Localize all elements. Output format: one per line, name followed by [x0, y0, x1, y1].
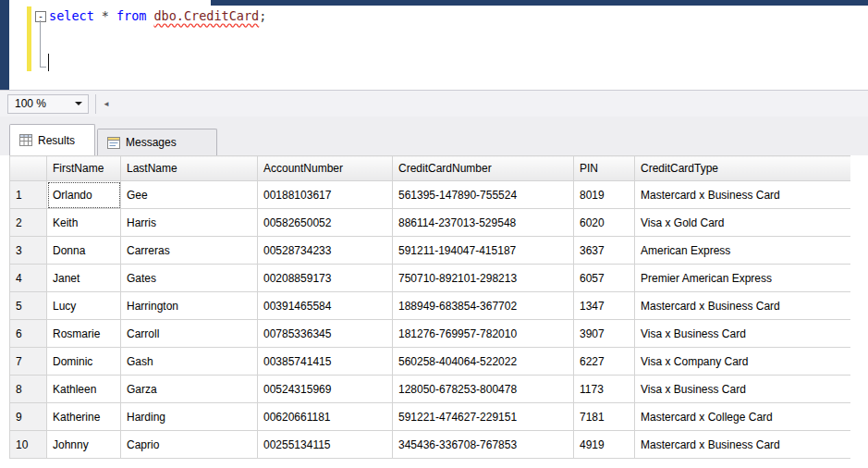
- grid-cell[interactable]: Carreras: [121, 237, 258, 265]
- query-editor[interactable]: - select*fromdbo.CreditCard;: [0, 0, 868, 90]
- grid-cell[interactable]: American Express: [635, 237, 851, 265]
- grid-cell[interactable]: Visa x Company Card: [635, 348, 851, 376]
- code-line[interactable]: - select*fromdbo.CreditCard;: [35, 8, 266, 24]
- grid-cell[interactable]: Mastercard x Business Card: [635, 181, 851, 209]
- grid-cell[interactable]: Garza: [121, 376, 258, 403]
- grid-cell[interactable]: 128050-678253-800478: [393, 376, 574, 403]
- grid-cell[interactable]: 00524315969: [258, 376, 393, 403]
- row-number[interactable]: 10: [10, 431, 47, 459]
- grid-row: 9KatherineHarding00620661181591221-47462…: [10, 403, 851, 431]
- grid-cell[interactable]: 1347: [574, 292, 635, 320]
- grid-cell[interactable]: 1173: [574, 376, 635, 403]
- grid-cell[interactable]: Caprio: [121, 431, 258, 459]
- row-number[interactable]: 7: [10, 348, 47, 376]
- grid-cell[interactable]: Mastercard x Business Card: [635, 292, 851, 320]
- text-caret: [48, 54, 49, 71]
- column-header-lastname[interactable]: LastName: [121, 156, 258, 181]
- grid-cell[interactable]: Lucy: [47, 292, 121, 320]
- grid-cell[interactable]: 886114-237013-529548: [393, 209, 574, 237]
- grid-row: 2KeithHarris00582650052886114-237013-529…: [10, 209, 851, 237]
- sql-terminator: ;: [259, 8, 266, 23]
- ssms-window: - select*fromdbo.CreditCard; 100 % ◄ Res…: [0, 0, 868, 468]
- grid-cell[interactable]: Gee: [121, 181, 258, 209]
- tab-messages-label: Messages: [126, 136, 177, 149]
- grid-cell[interactable]: 591221-474627-229151: [393, 403, 574, 431]
- grid-cell[interactable]: 345436-336708-767853: [393, 431, 574, 459]
- grid-cell[interactable]: 00528734233: [258, 237, 393, 265]
- grid-cell[interactable]: 7181: [574, 403, 635, 431]
- grid-cell[interactable]: Mastercard x College Card: [635, 403, 851, 431]
- grid-cell[interactable]: Visa x Gold Card: [635, 209, 851, 237]
- grid-cell[interactable]: Keith: [47, 209, 121, 237]
- grid-cell[interactable]: 00385741415: [258, 348, 393, 376]
- grid-cell[interactable]: Gash: [121, 348, 258, 376]
- results-pane-tabs: Results Messages: [0, 117, 868, 155]
- grid-cell[interactable]: Harris: [121, 209, 258, 237]
- grid-cell[interactable]: 6227: [574, 348, 635, 376]
- grid-cell[interactable]: 00255134115: [258, 431, 393, 459]
- row-number[interactable]: 3: [10, 237, 47, 265]
- grid-cell[interactable]: 560258-404064-522022: [393, 348, 574, 376]
- grid-cell[interactable]: 3637: [574, 237, 635, 265]
- sql-operator-star: *: [102, 8, 109, 23]
- row-number[interactable]: 6: [10, 320, 47, 348]
- tab-results[interactable]: Results: [9, 124, 95, 155]
- grid-cell[interactable]: Visa x Business Card: [635, 376, 851, 403]
- grid-cell[interactable]: 188949-683854-367702: [393, 292, 574, 320]
- grid-cell[interactable]: Harrington: [121, 292, 258, 320]
- row-number[interactable]: 4: [10, 265, 47, 292]
- grid-cell[interactable]: Gates: [121, 265, 258, 292]
- fold-region-bracket: [40, 20, 46, 68]
- grid-cell[interactable]: Carroll: [121, 320, 258, 348]
- grid-cell[interactable]: 561395-147890-755524: [393, 181, 574, 209]
- separator: [95, 94, 96, 114]
- grid-cell[interactable]: 591211-194047-415187: [393, 237, 574, 265]
- column-header-accountnumber[interactable]: AccountNumber: [258, 156, 393, 181]
- row-number[interactable]: 9: [10, 403, 47, 431]
- zoom-level-combo[interactable]: 100 %: [7, 94, 89, 114]
- grid-cell[interactable]: 00620661181: [258, 403, 393, 431]
- grid-cell[interactable]: Visa x Business Card: [635, 320, 851, 348]
- grid-cell[interactable]: Katherine: [47, 403, 121, 431]
- grid-cell[interactable]: Harding: [121, 403, 258, 431]
- column-header-pin[interactable]: PIN: [574, 156, 635, 181]
- grid-cell[interactable]: 00785336345: [258, 320, 393, 348]
- grid-cell[interactable]: Rosmarie: [47, 320, 121, 348]
- grid-cell[interactable]: 4919: [574, 431, 635, 459]
- grid-cell[interactable]: 750710-892101-298213: [393, 265, 574, 292]
- column-header-creditcardnumber[interactable]: CreditCardNumber: [393, 156, 574, 181]
- grid-row: 1OrlandoGee00188103617561395-147890-7555…: [10, 181, 851, 209]
- grid-cell[interactable]: 8019: [574, 181, 635, 209]
- grid-cell[interactable]: 3907: [574, 320, 635, 348]
- grid-cell[interactable]: 00582650052: [258, 209, 393, 237]
- row-number[interactable]: 8: [10, 376, 47, 403]
- grid-cell[interactable]: Dominic: [47, 348, 121, 376]
- row-number[interactable]: 1: [10, 181, 47, 209]
- column-header-firstname[interactable]: FirstName: [47, 156, 121, 181]
- row-number[interactable]: 2: [10, 209, 47, 237]
- chevron-down-icon: [75, 102, 82, 105]
- column-header-creditcardtype[interactable]: CreditCardType: [635, 156, 851, 181]
- grid-cell[interactable]: Mastercard x Business Card: [635, 431, 851, 459]
- grid-cell[interactable]: Kathleen: [47, 376, 121, 403]
- hscroll-left-arrow-icon[interactable]: ◄: [98, 94, 115, 114]
- sql-keyword-select: select: [49, 8, 94, 23]
- grid-cell[interactable]: 00188103617: [258, 181, 393, 209]
- grid-cell[interactable]: Johnny: [47, 431, 121, 459]
- tab-messages[interactable]: Messages: [97, 129, 217, 155]
- grid-corner-cell[interactable]: [10, 156, 47, 181]
- grid-row: 4JanetGates00208859173750710-892101-2982…: [10, 265, 851, 292]
- grid-row: 5LucyHarrington00391465584188949-683854-…: [10, 292, 851, 320]
- grid-cell[interactable]: 00391465584: [258, 292, 393, 320]
- grid-cell[interactable]: 00208859173: [258, 265, 393, 292]
- grid-cell[interactable]: Janet: [47, 265, 121, 292]
- sql-statement: select*fromdbo.CreditCard;: [49, 8, 266, 24]
- grid-cell[interactable]: Orlando: [47, 181, 121, 209]
- sql-table-identifier: dbo.CreditCard: [153, 8, 259, 23]
- grid-cell[interactable]: 181276-769957-782010: [393, 320, 574, 348]
- grid-cell[interactable]: 6057: [574, 265, 635, 292]
- grid-cell[interactable]: Premier American Express: [635, 265, 851, 292]
- row-number[interactable]: 5: [10, 292, 47, 320]
- grid-cell[interactable]: Donna: [47, 237, 121, 265]
- grid-cell[interactable]: 6020: [574, 209, 635, 237]
